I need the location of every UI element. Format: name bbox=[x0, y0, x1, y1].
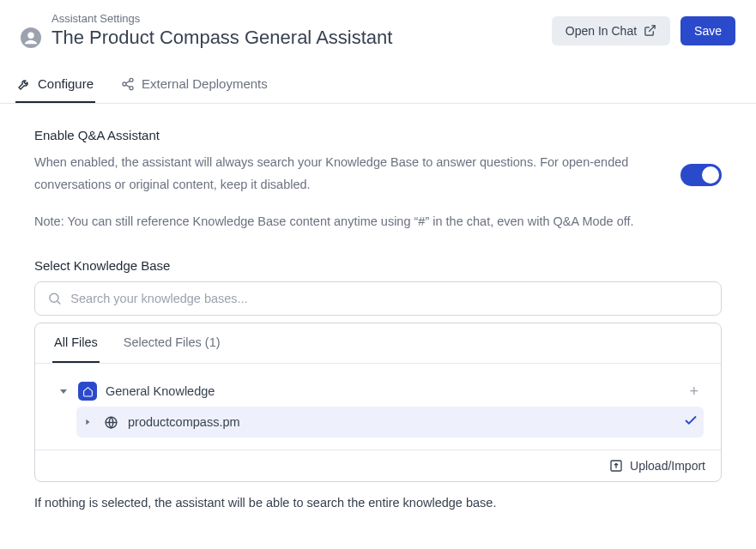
user-icon bbox=[21, 28, 40, 47]
kb-search-input[interactable] bbox=[70, 292, 709, 305]
qa-text: Enable Q&A Assistant When enabled, the a… bbox=[34, 124, 655, 232]
avatar bbox=[21, 27, 41, 48]
svg-marker-10 bbox=[60, 389, 67, 394]
tools-icon bbox=[17, 77, 31, 91]
kb-panel: All Files Selected Files (1) General Kno… bbox=[34, 323, 722, 482]
qa-toggle[interactable] bbox=[680, 164, 722, 186]
save-label: Save bbox=[694, 24, 722, 38]
svg-line-9 bbox=[57, 302, 60, 305]
share-icon bbox=[121, 77, 135, 91]
home-folder-icon bbox=[78, 382, 97, 401]
chevron-right-icon[interactable] bbox=[82, 416, 94, 428]
upload-icon bbox=[609, 459, 623, 473]
qa-section: Enable Q&A Assistant When enabled, the a… bbox=[34, 124, 722, 232]
svg-point-4 bbox=[123, 82, 126, 86]
page-title: The Product Compass General Assistant bbox=[51, 27, 392, 49]
tab-configure-label: Configure bbox=[38, 76, 94, 91]
tab-configure[interactable]: Configure bbox=[15, 68, 95, 103]
svg-point-5 bbox=[130, 86, 133, 89]
header-actions: Open In Chat Save bbox=[552, 16, 735, 45]
save-button[interactable]: Save bbox=[680, 16, 735, 45]
svg-point-8 bbox=[50, 294, 58, 303]
main-tabs: Configure External Deployments bbox=[0, 68, 756, 104]
kb-tab-all-files[interactable]: All Files bbox=[52, 323, 100, 363]
title-block: Assistant Settings The Product Compass G… bbox=[51, 12, 392, 49]
svg-line-7 bbox=[126, 85, 130, 87]
globe-icon bbox=[102, 413, 119, 431]
tab-external-deployments-label: External Deployments bbox=[142, 76, 268, 91]
svg-line-6 bbox=[126, 81, 130, 83]
svg-point-3 bbox=[130, 78, 133, 81]
svg-point-1 bbox=[27, 32, 33, 38]
kb-footer: Upload/Import bbox=[35, 449, 721, 481]
search-icon bbox=[47, 291, 62, 306]
qa-desc2: Note: You can still reference Knowledge … bbox=[34, 211, 655, 232]
add-icon[interactable]: + bbox=[689, 383, 699, 399]
tree-child-row[interactable]: productcompass.pm bbox=[76, 407, 704, 437]
header-left: Assistant Settings The Product Compass G… bbox=[21, 12, 392, 49]
tree-root-label: General Knowledge bbox=[106, 384, 215, 398]
kb-tabs: All Files Selected Files (1) bbox=[35, 323, 721, 364]
kb-tab-selected-files[interactable]: Selected Files (1) bbox=[122, 323, 222, 363]
tree-child-label: productcompass.pm bbox=[128, 415, 240, 429]
open-in-chat-button[interactable]: Open In Chat bbox=[552, 16, 670, 45]
kb-tree: General Knowledge + productcompass.pm bbox=[35, 364, 721, 449]
external-link-icon bbox=[644, 24, 656, 37]
chevron-down-icon[interactable] bbox=[57, 385, 70, 397]
kb-search[interactable] bbox=[34, 281, 722, 316]
kb-helper-text: If nothing is selected, the assistant wi… bbox=[34, 496, 722, 510]
tab-external-deployments[interactable]: External Deployments bbox=[119, 68, 269, 103]
breadcrumb: Assistant Settings bbox=[51, 12, 392, 25]
tree-root-row[interactable]: General Knowledge + bbox=[52, 376, 704, 407]
svg-line-2 bbox=[649, 26, 655, 32]
qa-title: Enable Q&A Assistant bbox=[34, 124, 655, 147]
qa-desc1: When enabled, the assistant will always … bbox=[34, 152, 655, 196]
open-in-chat-label: Open In Chat bbox=[565, 24, 637, 38]
kb-label: Select Knowledge Base bbox=[34, 258, 722, 273]
content: Enable Q&A Assistant When enabled, the a… bbox=[0, 104, 756, 530]
check-icon bbox=[683, 413, 699, 431]
upload-import-label: Upload/Import bbox=[630, 459, 705, 473]
svg-marker-11 bbox=[86, 419, 89, 425]
header: Assistant Settings The Product Compass G… bbox=[0, 0, 756, 57]
upload-import-button[interactable]: Upload/Import bbox=[609, 459, 705, 473]
